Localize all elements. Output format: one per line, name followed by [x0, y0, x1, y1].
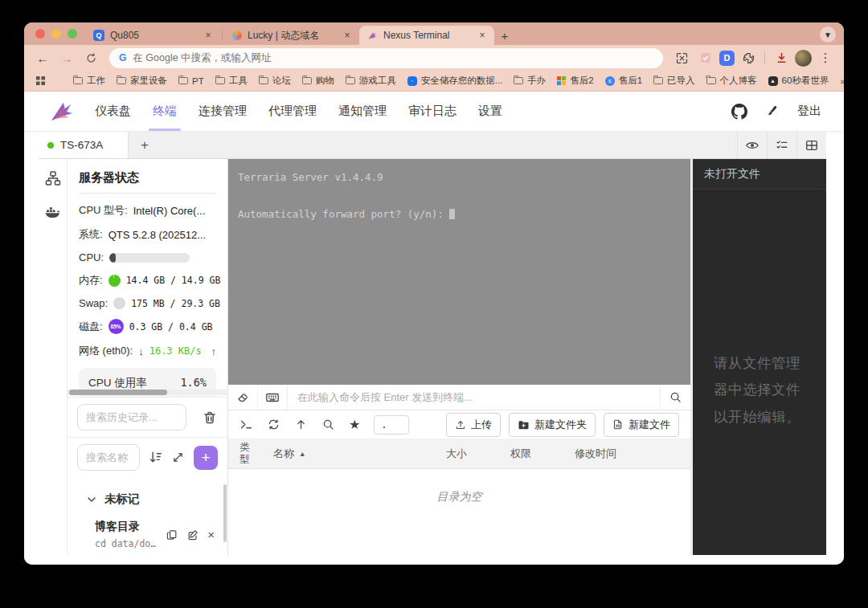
address-bar[interactable]: G	[109, 48, 663, 68]
back-button[interactable]: ←	[32, 47, 53, 68]
editor-empty-message: 请从文件管理器中选择文件以开始编辑。	[714, 350, 805, 430]
nav-item-dashboard[interactable]: 仪表盘	[95, 92, 131, 131]
trash-icon	[202, 410, 218, 426]
nav-item-connections[interactable]: 连接管理	[199, 92, 247, 131]
address-input[interactable]	[133, 52, 653, 63]
logout-button[interactable]: 登出	[797, 104, 821, 119]
editor-panel: 未打开文件 请从文件管理器中选择文件以开始编辑。	[693, 159, 826, 555]
minimize-window-button[interactable]	[51, 29, 61, 39]
expand-button[interactable]	[171, 451, 185, 464]
column-permissions[interactable]: 权限	[510, 447, 575, 461]
tab-search-button[interactable]: ▼	[820, 27, 836, 43]
up-directory-icon[interactable]	[294, 418, 308, 431]
group-header-untagged[interactable]: 未标记	[68, 477, 227, 512]
bookmark-folder[interactable]: 家里设备	[117, 75, 167, 87]
bookmark-folder[interactable]: 手办	[514, 75, 546, 87]
clear-history-button[interactable]	[202, 410, 218, 426]
name-search-input[interactable]	[77, 444, 140, 471]
bookmark-site[interactable]: s售后1	[605, 75, 642, 87]
pink-extension-icon[interactable]	[695, 47, 716, 68]
edit-icon[interactable]	[186, 528, 199, 541]
forward-button[interactable]: →	[56, 47, 77, 68]
close-tab-icon[interactable]: ×	[477, 30, 488, 41]
macos-window-controls	[32, 22, 85, 45]
bookmark-folder[interactable]: 个人博客	[706, 75, 757, 87]
new-tab-button[interactable]: +	[494, 26, 515, 45]
profile-avatar[interactable]	[795, 50, 812, 67]
copy-icon[interactable]	[166, 528, 178, 541]
terminal-prompt-icon[interactable]	[240, 418, 253, 431]
maximize-window-button[interactable]	[68, 29, 77, 39]
bookmarks-overflow-button[interactable]: »	[840, 76, 844, 86]
close-window-button[interactable]	[35, 29, 45, 39]
new-file-button[interactable]: 新建文件	[604, 413, 679, 437]
terminal-line: Terraria Server v1.4.4.9	[238, 168, 681, 186]
bookmark-site[interactable]: 售后2	[557, 75, 593, 87]
delete-item-icon[interactable]: ×	[207, 528, 215, 541]
favorite-star-icon[interactable]: ★	[349, 418, 360, 431]
browser-tab-lucky[interactable]: Lucky | 动态域名 ×	[224, 26, 359, 45]
network-label: 网络 (eth0):	[79, 344, 133, 358]
bookmark-folder[interactable]: 工作	[73, 75, 105, 87]
toolbar-divider	[764, 51, 765, 64]
cpu-label: CPU:	[79, 251, 104, 263]
theme-brush-icon[interactable]	[765, 104, 780, 119]
command-search-button[interactable]	[660, 385, 690, 410]
nav-item-audit-log[interactable]: 审计日志	[408, 92, 457, 131]
bookmark-folder[interactable]: 已导入	[653, 75, 695, 87]
vertical-scrollbar[interactable]	[223, 484, 227, 542]
bookmark-folder[interactable]: 工具	[215, 75, 248, 87]
sort-button[interactable]	[148, 450, 163, 465]
scrollbar-thumb[interactable]	[69, 390, 167, 395]
bookmark-folder[interactable]: 论坛	[259, 75, 291, 87]
column-name[interactable]: 名称▲	[259, 447, 446, 461]
nav-item-notifications[interactable]: 通知管理	[338, 92, 387, 131]
sitemap-icon[interactable]	[45, 170, 61, 186]
blue-extension-icon[interactable]: D	[719, 51, 735, 66]
extensions-puzzle-icon[interactable]	[738, 47, 759, 68]
command-list-item[interactable]: 博客目录 cd data/do… ×	[68, 512, 227, 555]
capture-icon[interactable]	[671, 47, 692, 68]
horizontal-scrollbar[interactable]	[68, 390, 227, 395]
visibility-toggle-button[interactable]	[737, 132, 767, 158]
layout-grid-button[interactable]	[796, 132, 826, 158]
app-logo	[48, 100, 76, 124]
task-list-button[interactable]	[767, 132, 796, 158]
new-folder-button[interactable]: 新建文件夹	[509, 413, 596, 437]
close-tab-icon[interactable]: ×	[342, 30, 353, 41]
nav-item-terminal[interactable]: 终端	[153, 92, 177, 131]
path-input[interactable]	[374, 415, 409, 435]
reload-button[interactable]	[80, 47, 101, 68]
github-icon[interactable]	[731, 104, 747, 120]
bookmark-folder[interactable]: 游戏工具	[346, 75, 396, 87]
docker-icon[interactable]	[44, 204, 62, 220]
bookmark-folder[interactable]: PT	[178, 76, 204, 86]
apps-grid-icon[interactable]	[35, 71, 46, 92]
nav-item-settings[interactable]: 设置	[478, 92, 502, 131]
column-type[interactable]: 类型	[240, 442, 259, 466]
browser-tab-nexus-terminal[interactable]: Nexus Terminal ×	[359, 26, 494, 45]
column-mtime[interactable]: 修改时间	[575, 447, 679, 461]
terminal-output[interactable]: Terraria Server v1.4.4.9 Automatically f…	[228, 159, 690, 385]
add-command-button[interactable]: +	[194, 446, 218, 470]
clear-terminal-button[interactable]	[228, 385, 258, 410]
close-tab-icon[interactable]: ×	[203, 30, 214, 41]
site-favicon: ◦	[407, 76, 417, 86]
column-size[interactable]: 大小	[446, 447, 510, 461]
browser-tab-qu805[interactable]: Q Qu805 ×	[85, 26, 220, 45]
refresh-icon[interactable]	[267, 418, 280, 431]
upload-button[interactable]: 上传	[446, 413, 501, 437]
session-tab-ts673a[interactable]: TS-673A	[39, 132, 129, 158]
virtual-keyboard-button[interactable]	[258, 385, 288, 410]
history-search-input[interactable]	[77, 404, 186, 430]
nav-item-proxy[interactable]: 代理管理	[268, 92, 317, 131]
command-input[interactable]	[288, 385, 660, 410]
download-icon[interactable]	[771, 47, 792, 68]
file-search-icon[interactable]	[321, 418, 335, 431]
upload-icon	[455, 419, 466, 430]
bookmark-site[interactable]: ◦安全储存您的数据...	[407, 75, 503, 87]
bookmark-site[interactable]: ▴60秒看世界	[768, 75, 829, 87]
bookmark-folder[interactable]: 购物	[302, 75, 334, 87]
add-session-button[interactable]: +	[129, 132, 161, 158]
browser-menu-icon[interactable]: ⋮	[815, 47, 836, 68]
